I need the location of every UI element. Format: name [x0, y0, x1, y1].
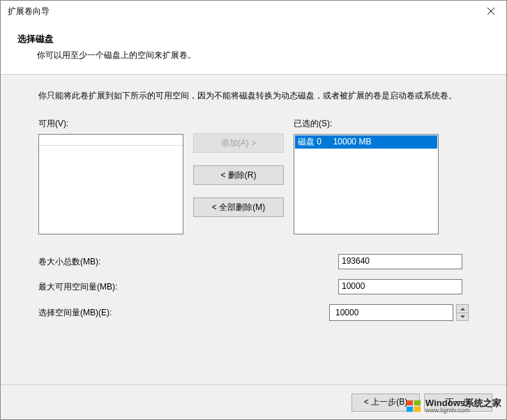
select-space-spinner: [329, 304, 469, 321]
total-size-label: 卷大小总数(MB):: [38, 256, 338, 268]
select-space-row: 选择空间量(MB)(E):: [38, 304, 469, 321]
wizard-header: 选择磁盘 你可以用至少一个磁盘上的空间来扩展卷。: [1, 22, 506, 74]
svg-rect-5: [414, 400, 421, 405]
titlebar: 扩展卷向导: [1, 1, 506, 22]
close-icon: [487, 8, 494, 15]
svg-rect-4: [407, 400, 413, 405]
available-column: 可用(V):: [38, 118, 183, 234]
selected-column: 已选的(S): 磁盘 0 10000 MB: [294, 118, 439, 234]
listbox-header: [39, 135, 183, 146]
watermark-text: Windows系统之家 www.bjjmlv.com: [425, 398, 501, 414]
page-subtitle: 你可以用至少一个磁盘上的空间来扩展卷。: [37, 50, 490, 61]
max-space-label: 最大可用空间量(MB):: [38, 281, 338, 293]
size-fields: 卷大小总数(MB): 193640 最大可用空间量(MB): 10000 选择空…: [20, 234, 487, 321]
add-button[interactable]: 添加(A) >: [193, 133, 284, 153]
selected-listbox[interactable]: 磁盘 0 10000 MB: [294, 134, 439, 234]
wizard-window: 扩展卷向导 选择磁盘 你可以用至少一个磁盘上的空间来扩展卷。 你只能将此卷扩展到…: [0, 0, 507, 420]
svg-rect-7: [414, 407, 421, 412]
wizard-content: 你只能将此卷扩展到如下所示的可用空间，因为不能将磁盘转换为动态磁盘，或者被扩展的…: [1, 75, 506, 384]
transfer-buttons: 添加(A) > < 删除(R) < 全部删除(M): [183, 118, 294, 217]
remove-button[interactable]: < 删除(R): [193, 165, 284, 185]
spinner-down-button[interactable]: [456, 313, 469, 321]
description-text: 你只能将此卷扩展到如下所示的可用空间，因为不能将磁盘转换为动态磁盘，或者被扩展的…: [20, 89, 487, 103]
max-space-value: 10000: [338, 279, 462, 294]
available-label: 可用(V):: [38, 118, 183, 130]
list-item[interactable]: 磁盘 0 10000 MB: [295, 135, 437, 149]
chevron-down-icon: [460, 315, 465, 318]
select-space-label: 选择空间量(MB)(E):: [38, 307, 329, 319]
select-space-input[interactable]: [329, 304, 453, 321]
spinner-buttons: [456, 304, 469, 321]
watermark: Windows系统之家 www.bjjmlv.com: [403, 397, 504, 416]
total-size-row: 卷大小总数(MB): 193640: [38, 254, 469, 269]
remove-all-button[interactable]: < 全部删除(M): [193, 197, 284, 217]
disk-selection-area: 可用(V): 添加(A) > < 删除(R) < 全部删除(M) 已选的(S):…: [20, 118, 487, 234]
available-listbox[interactable]: [38, 134, 183, 234]
page-title: 选择磁盘: [17, 33, 490, 45]
windows-logo-icon: [406, 398, 421, 414]
selected-label: 已选的(S):: [294, 118, 439, 130]
chevron-up-icon: [460, 308, 465, 310]
close-button[interactable]: [481, 4, 501, 18]
watermark-url: www.bjjmlv.com: [425, 407, 501, 414]
svg-rect-6: [407, 407, 413, 412]
total-size-value: 193640: [338, 254, 462, 269]
spinner-up-button[interactable]: [456, 304, 469, 313]
svg-marker-2: [460, 308, 465, 310]
window-title: 扩展卷向导: [8, 6, 50, 17]
svg-marker-3: [460, 315, 465, 318]
max-space-row: 最大可用空间量(MB): 10000: [38, 279, 469, 294]
